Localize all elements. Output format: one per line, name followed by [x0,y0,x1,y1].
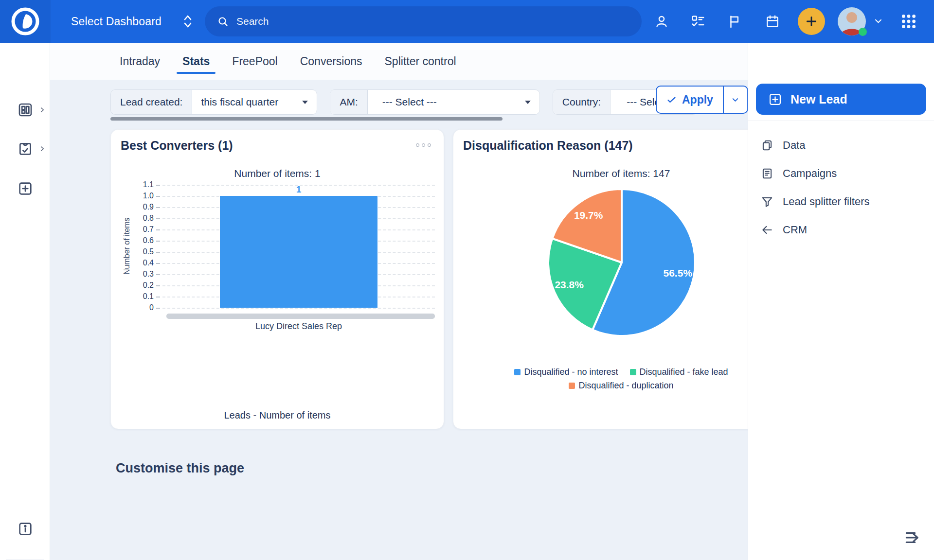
tab-label: Splitter control [385,55,456,68]
app-logo[interactable] [10,6,41,37]
panel-item-crm-back[interactable]: CRM [748,216,934,244]
filter-bar: Lead created: this fiscal quarter AM: --… [110,89,698,115]
bar-chart-plot-area: 1 [162,185,435,308]
profile-chevron-down-icon[interactable] [874,18,883,25]
avatar[interactable] [838,7,866,35]
filter-country-label: Country: [553,90,611,114]
customise-page-link[interactable]: Customise this page [116,461,244,476]
apps-grid-icon[interactable] [900,13,917,30]
panel-item-label: CRM [783,224,807,236]
legend-label: Disqualified - duplication [578,381,673,391]
panel-item-campaigns[interactable]: Campaigns [748,159,934,188]
card-title: Disqualification Reason (147) [463,139,633,153]
pie-chart: 56.5%23.8%19.7% [546,187,697,338]
y-tick-label: 0.7 [143,225,154,234]
data-pages-icon [761,139,773,152]
card-menu-button[interactable] [416,143,431,147]
filter-am-select[interactable]: --- Select --- [368,90,539,114]
panel-item-data[interactable]: Data [748,131,934,159]
y-tick-label: 0.3 [143,270,154,279]
tab-label: Conversions [300,55,362,68]
tab-label: FreePool [232,55,277,68]
legend-label: Disqualified - no interest [524,367,618,377]
bar-chart-scrollbar[interactable] [166,314,435,319]
tab-conversions[interactable]: Conversions [294,43,368,80]
pie-slice-percent-label: 19.7% [574,210,603,221]
left-sidebar [0,43,50,560]
tasks-icon[interactable] [691,14,705,29]
y-tick-label: 0.1 [143,292,154,301]
clipboard-check-icon[interactable] [18,141,33,157]
y-tick-label: 1.1 [143,180,154,189]
expand-panel-icon[interactable] [903,528,922,547]
flag-icon[interactable] [727,14,742,29]
card-title: Best Converters (1) [121,139,233,153]
user-icon[interactable] [654,14,669,29]
campaigns-document-icon [761,167,773,180]
crm-dashboard-app: Select Dashboard [0,0,934,560]
dashboard-tabs: Intraday Stats FreePool Conversions Spli… [114,43,462,80]
new-lead-button[interactable]: New Lead [756,84,926,115]
filter-am-value: --- Select --- [382,96,437,108]
y-tick-label: 0.9 [143,203,154,211]
tab-splitter-control[interactable]: Splitter control [379,43,462,80]
apply-button-label: Apply [682,93,713,106]
main-content: Intraday Stats FreePool Conversions Spli… [50,43,748,560]
filters-horizontal-scrollbar[interactable] [110,117,503,121]
dashboard-selector-label: Select Dashboard [71,15,162,28]
y-tick-label: 0.8 [143,214,154,223]
panel-divider [748,517,934,517]
y-tick-label: 0.6 [143,236,154,245]
bar-lucy-direct-sales-rep[interactable]: 1 [220,196,378,308]
filter-lead-created-label: Lead created: [111,90,192,114]
apply-split-button: Apply [656,86,748,114]
search-input[interactable] [236,16,577,27]
plus-square-icon[interactable] [18,181,33,196]
bar-chart-category-label: Lucy Direct Sales Rep [162,321,435,332]
dashboards-icon[interactable] [18,102,33,118]
calendar-icon[interactable] [765,14,780,29]
legend-swatch [569,383,575,389]
legend-item-disqualified-fake-lead[interactable]: Disqualified - fake lead [630,367,728,377]
y-tick-label: 0.5 [143,247,154,256]
dashboard-selector[interactable]: Select Dashboard [71,0,194,43]
y-tick-label: 0.4 [143,259,154,267]
tab-freepool[interactable]: FreePool [226,43,283,80]
panel-item-label: Campaigns [783,167,837,180]
filter-lead-created-select[interactable]: this fiscal quarter [192,90,317,114]
pie-slice-percent-label: 56.5% [664,267,693,279]
right-panel: New Lead Data Campaigns Lead splitter f [748,43,934,560]
panel-item-lead-splitter-filters[interactable]: Lead splitter filters [748,188,934,216]
legend-item-disqualified-no-interest[interactable]: Disqualified - no interest [514,367,618,377]
chevron-right-icon[interactable] [39,106,46,113]
legend-swatch [514,369,521,375]
tab-stats[interactable]: Stats [177,43,216,80]
apply-button[interactable]: Apply [657,87,723,113]
card-subtitle: Number of items: 1 [111,168,444,179]
chevron-down-icon [731,95,740,105]
legend-label: Disqualified - fake lead [640,367,728,377]
info-icon[interactable] [18,521,33,537]
tab-label: Stats [182,55,210,68]
card-subtitle: Number of items: 147 [453,168,789,179]
gridline [162,308,435,309]
selector-up-down-chevrons-icon [182,14,194,29]
add-button[interactable] [798,8,825,35]
filter-lead-created-value: this fiscal quarter [201,96,278,108]
new-lead-button-label: New Lead [790,92,847,106]
chevron-right-icon[interactable] [39,145,46,152]
sidebar-divider [6,559,44,560]
tab-label: Intraday [120,55,160,68]
tab-intraday[interactable]: Intraday [114,43,166,80]
apply-options-button[interactable] [723,87,747,113]
check-icon [666,95,677,105]
legend-swatch [630,369,636,375]
legend-item-disqualified-duplication[interactable]: Disqualified - duplication [569,381,673,391]
y-tick-label: 0.2 [143,281,154,290]
plus-icon [805,15,818,28]
pie-slice-percent-label: 23.8% [555,279,584,290]
panel-item-label: Lead splitter filters [783,195,870,208]
caret-down-icon [302,101,308,104]
search-bar[interactable] [205,6,642,36]
y-tick-label: 0 [149,303,154,312]
